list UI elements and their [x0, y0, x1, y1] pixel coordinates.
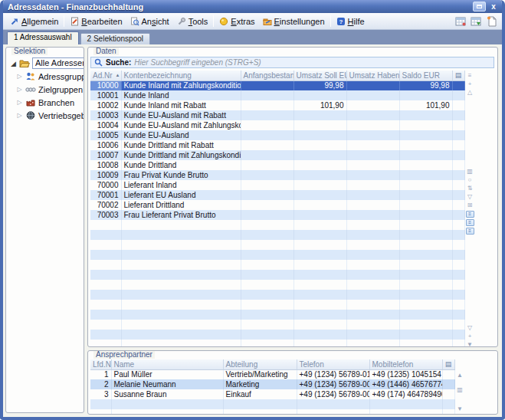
- cell[interactable]: [241, 320, 293, 330]
- cell[interactable]: [121, 220, 241, 230]
- row-append-icon[interactable]: +: [468, 333, 472, 341]
- cell[interactable]: 101,90: [293, 100, 346, 110]
- cell[interactable]: [241, 330, 293, 340]
- tab-adressauswahl[interactable]: 1 Adressauswahl: [7, 31, 79, 44]
- cell[interactable]: [399, 90, 452, 100]
- table-row[interactable]: 70001Lieferant EU Ausland: [90, 190, 464, 200]
- cell[interactable]: [452, 220, 464, 230]
- cell[interactable]: [452, 200, 464, 210]
- cell[interactable]: [241, 120, 293, 130]
- cell[interactable]: [442, 389, 454, 399]
- cell[interactable]: [293, 250, 346, 260]
- menu-tools[interactable]: Tools: [173, 15, 212, 28]
- column-header[interactable]: Mobiltelefon: [369, 359, 442, 369]
- tree-collapse-icon[interactable]: ▷: [16, 73, 23, 80]
- cell[interactable]: [90, 310, 121, 320]
- cell[interactable]: [452, 150, 464, 160]
- cell[interactable]: +49 (174) 464789496: [369, 389, 442, 399]
- cell[interactable]: [399, 290, 452, 300]
- cell[interactable]: 2: [90, 379, 111, 389]
- cell[interactable]: Lieferant Drittland: [121, 200, 241, 210]
- cell[interactable]: [241, 220, 293, 230]
- cell[interactable]: [452, 230, 464, 240]
- cell[interactable]: [399, 240, 452, 250]
- cell[interactable]: [293, 140, 346, 150]
- cell[interactable]: Kunde Drittland: [121, 160, 241, 170]
- cell[interactable]: [121, 330, 241, 340]
- cell[interactable]: [452, 90, 464, 100]
- empty-row[interactable]: [90, 270, 464, 280]
- cell[interactable]: [241, 200, 293, 210]
- cell[interactable]: Frau Privat Kunde Brutto: [121, 170, 241, 180]
- table-row[interactable]: 10009Frau Privat Kunde Brutto: [90, 170, 464, 180]
- list-view-icon-2[interactable]: ≡: [466, 219, 474, 226]
- empty-row[interactable]: [90, 300, 464, 310]
- cell[interactable]: +49 (1234) 56789-00: [297, 379, 369, 389]
- cell[interactable]: [399, 120, 452, 130]
- cell[interactable]: 99,98: [399, 80, 452, 90]
- cell[interactable]: [399, 170, 452, 180]
- menu-bearbeiten[interactable]: Bearbeiten: [66, 15, 126, 28]
- cell[interactable]: [293, 120, 346, 130]
- cell[interactable]: [111, 399, 223, 409]
- column-header[interactable]: Umsatz Soll EUR: [293, 71, 346, 80]
- cell[interactable]: [241, 140, 293, 150]
- cell[interactable]: [90, 340, 121, 347]
- tree-item-vertriebsgebiete[interactable]: ▷ Vertriebsgebiete: [6, 109, 84, 122]
- cell[interactable]: [399, 220, 452, 230]
- cell[interactable]: [452, 270, 464, 280]
- column-header[interactable]: Ad.Nr▲: [90, 71, 121, 80]
- cell[interactable]: [241, 80, 293, 90]
- cell[interactable]: [399, 300, 452, 310]
- cell[interactable]: Kunde EU-Ausland mit Rabatt: [121, 110, 241, 120]
- cell[interactable]: [452, 110, 464, 120]
- cell[interactable]: [346, 260, 399, 270]
- cell[interactable]: [90, 240, 121, 250]
- cell[interactable]: [399, 250, 452, 260]
- cell[interactable]: [452, 160, 464, 170]
- column-chooser-header[interactable]: ▤: [452, 71, 464, 80]
- empty-row[interactable]: [90, 290, 464, 300]
- menu-einstellungen[interactable]: Einstellungen: [259, 15, 329, 28]
- cell[interactable]: [293, 220, 346, 230]
- cell[interactable]: [346, 90, 399, 100]
- cell[interactable]: [346, 170, 399, 180]
- cell[interactable]: [452, 180, 464, 190]
- cell[interactable]: Melanie Neumann: [111, 379, 223, 389]
- cell[interactable]: Kunde Inland: [121, 90, 241, 100]
- cell[interactable]: [346, 210, 399, 220]
- cell[interactable]: [90, 409, 111, 415]
- cell[interactable]: [90, 280, 121, 290]
- sort-icon[interactable]: ⇅: [467, 185, 473, 193]
- cell[interactable]: [90, 320, 121, 330]
- cell[interactable]: Einkauf: [223, 389, 297, 399]
- column-chooser-icon[interactable]: ▥: [467, 168, 473, 176]
- tree-collapse-icon[interactable]: ▷: [16, 112, 23, 119]
- cell[interactable]: 101,90: [399, 100, 452, 110]
- cell[interactable]: [399, 260, 452, 270]
- cell[interactable]: [293, 340, 346, 347]
- cell[interactable]: [452, 240, 464, 250]
- cell[interactable]: +49 (1235) 1045154: [369, 369, 442, 379]
- filter-icon[interactable]: ▽: [467, 193, 472, 202]
- empty-row[interactable]: [90, 280, 464, 290]
- table-row[interactable]: 3Susanne BraunEinkauf+49 (1234) 56789-00…: [90, 389, 454, 399]
- tree-item-branchen[interactable]: ▷ Branchen: [6, 96, 84, 109]
- cell[interactable]: [452, 330, 464, 340]
- cell[interactable]: [452, 120, 464, 130]
- table-row[interactable]: 70000Lieferant Inland: [90, 180, 464, 190]
- cell[interactable]: [293, 160, 346, 170]
- cell[interactable]: +49 (1446) 46576774: [369, 379, 442, 389]
- list-view-icon-3[interactable]: ≡: [466, 228, 474, 235]
- cell[interactable]: [346, 250, 399, 260]
- cell[interactable]: 10006: [90, 140, 121, 150]
- cell[interactable]: [293, 300, 346, 310]
- cell[interactable]: Frau Lieferant Privat Brutto: [121, 210, 241, 220]
- search-input[interactable]: Suche: Hier Suchbegriff eingeben (STRG+S…: [90, 57, 494, 68]
- table-row[interactable]: 10005Kunde EU-Ausland: [90, 130, 464, 140]
- cell[interactable]: 70000: [90, 180, 121, 190]
- menu-extras[interactable]: Extras: [215, 15, 258, 28]
- cell[interactable]: [90, 290, 121, 300]
- cell[interactable]: [90, 220, 121, 230]
- cell[interactable]: [452, 100, 464, 110]
